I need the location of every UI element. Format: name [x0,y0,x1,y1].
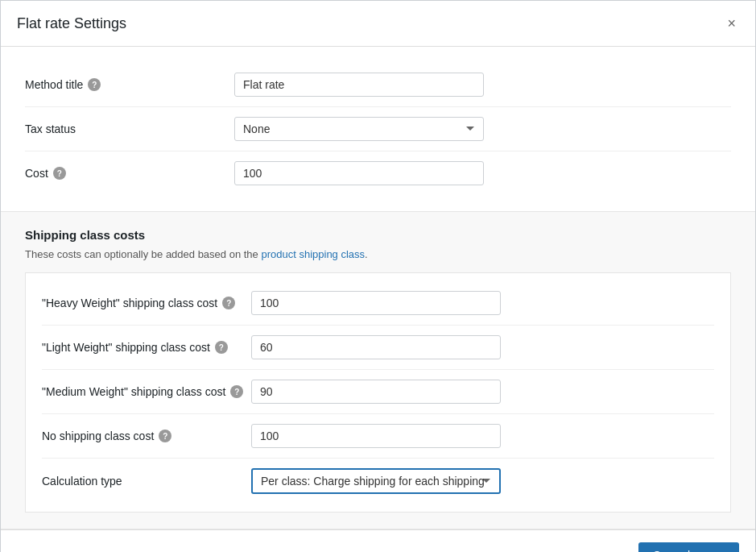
medium-weight-row: "Medium Weight" shipping class cost ? [42,370,714,413]
tax-status-row: Tax status None Taxable Not taxable [25,107,731,151]
method-title-help-icon[interactable]: ? [88,78,101,91]
modal-body: Method title ? Tax status None Taxable N… [1,47,755,529]
light-weight-label: "Light Weight" shipping class cost ? [42,341,251,354]
cost-row: Cost ? [25,151,731,195]
modal-header: Flat rate Settings × [1,1,755,47]
product-shipping-class-link[interactable]: product shipping class [261,248,365,260]
shipping-class-description: These costs can optionally be added base… [25,248,731,260]
modal-title: Flat rate Settings [17,15,126,32]
method-title-input[interactable] [234,73,484,97]
modal-footer: Save changes [1,529,755,552]
save-changes-button[interactable]: Save changes [638,542,739,552]
method-title-label: Method title ? [25,78,234,91]
no-class-help-icon[interactable]: ? [159,430,171,442]
cost-input[interactable] [234,161,484,185]
no-class-row: No shipping class cost ? [42,414,714,458]
heavy-weight-label: "Heavy Weight" shipping class cost ? [42,297,251,309]
flat-rate-settings-modal: Flat rate Settings × Method title ? Tax … [0,0,756,552]
heavy-weight-row: "Heavy Weight" shipping class cost ? [42,281,714,325]
medium-weight-help-icon[interactable]: ? [230,385,243,398]
light-weight-help-icon[interactable]: ? [215,341,228,354]
heavy-weight-input[interactable] [251,291,501,315]
method-title-row: Method title ? [25,63,731,106]
tax-status-select[interactable]: None Taxable Not taxable [234,117,484,141]
calculation-type-label: Calculation type [42,475,251,488]
medium-weight-input[interactable] [251,380,501,404]
calculation-type-select[interactable]: Per class: Charge shipping for each ship… [251,468,501,494]
tax-status-label: Tax status [25,122,234,135]
shipping-class-heading: Shipping class costs [25,228,731,242]
no-class-input[interactable] [251,424,501,448]
main-fields-section: Method title ? Tax status None Taxable N… [1,47,755,211]
shipping-class-section: Shipping class costs These costs can opt… [1,211,755,529]
light-weight-input[interactable] [251,335,501,359]
close-button[interactable]: × [724,13,739,34]
no-class-label: No shipping class cost ? [42,430,251,442]
cost-help-icon[interactable]: ? [53,167,66,180]
cost-label: Cost ? [25,167,234,180]
shipping-class-fields: "Heavy Weight" shipping class cost ? "Li… [25,272,731,513]
calculation-type-row: Calculation type Per class: Charge shipp… [42,459,714,504]
light-weight-row: "Light Weight" shipping class cost ? [42,326,714,369]
medium-weight-label: "Medium Weight" shipping class cost ? [42,385,251,398]
heavy-weight-help-icon[interactable]: ? [222,297,235,309]
